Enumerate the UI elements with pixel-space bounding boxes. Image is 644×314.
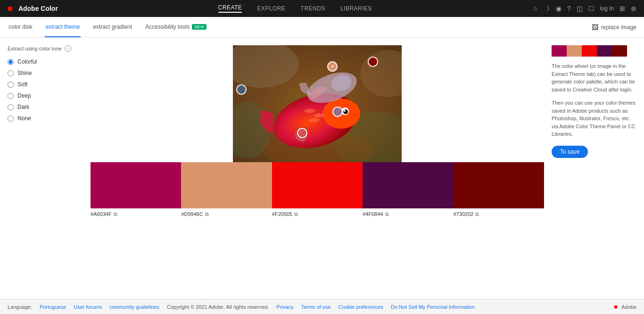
nav-create[interactable]: CREATE: [218, 4, 242, 13]
center-area: + +: [91, 45, 544, 218]
swatch-label-5: #730202 ⧉: [454, 208, 544, 218]
picker-overlays: +: [233, 45, 402, 162]
color-picker-2[interactable]: +: [327, 61, 338, 72]
color-picker-1[interactable]: [368, 57, 378, 67]
tone-shine-radio[interactable]: [8, 70, 14, 76]
swatch-color-4[interactable]: [363, 162, 453, 208]
login-button[interactable]: log In: [600, 5, 614, 12]
color-wheel-icon[interactable]: ◉: [556, 5, 561, 12]
copy-icon-4[interactable]: ⧉: [385, 211, 391, 217]
swatch-label-1: #A6034F ⧉: [91, 208, 181, 218]
sub-navigation: color disk extract theme extract gradien…: [0, 17, 644, 38]
nav-trends[interactable]: TRENDS: [301, 5, 325, 12]
tab-color-disk[interactable]: color disk: [8, 17, 33, 37]
tab-accessibility-tools[interactable]: Accessibility tools NEW: [144, 17, 207, 37]
swatch-4: #4F0844 ⧉: [363, 162, 453, 218]
image-icon: 🖼: [592, 24, 598, 31]
swatch-color-2[interactable]: [181, 162, 272, 208]
tone-none[interactable]: None: [8, 115, 83, 122]
mini-swatch-3: [582, 45, 597, 57]
mini-palette: [552, 45, 627, 57]
nav-libraries[interactable]: LIBRARIES: [340, 5, 372, 12]
info-icon[interactable]: i: [65, 45, 71, 52]
chat-icon[interactable]: ☐: [588, 5, 594, 12]
swatch-color-3[interactable]: [272, 162, 363, 208]
tone-deep-radio[interactable]: [8, 93, 14, 99]
tone-dark[interactable]: Dark: [8, 104, 83, 110]
swatch-label-2: #D9946C ⧉: [181, 208, 272, 218]
replace-image-button[interactable]: 🖼 replace image: [592, 24, 636, 31]
swatch-label-4: #4F0844 ⧉: [363, 208, 453, 218]
apps-icon[interactable]: ⊛: [631, 5, 636, 12]
color-picker-4[interactable]: [332, 107, 343, 117]
swatch-5: #730202 ⧉: [454, 162, 544, 218]
tone-none-radio[interactable]: [8, 116, 14, 122]
tab-extract-gradient[interactable]: extract gradient: [92, 17, 133, 37]
swatch-1: #A6034F ⧉: [91, 162, 181, 218]
mini-swatch-1: [552, 45, 567, 57]
tone-deep[interactable]: Deep: [8, 92, 83, 99]
tone-soft[interactable]: Soft: [8, 81, 83, 88]
swatch-3: #F20505 ⧉: [272, 162, 363, 218]
panel-description-2: Then you can use your color themes saved…: [552, 99, 636, 138]
swatches-row: #A6034F ⧉ #D9946C ⧉ #F20505 ⧉: [91, 162, 544, 218]
help-icon[interactable]: ?: [567, 5, 571, 12]
tone-colorful[interactable]: Colorful: [8, 58, 83, 65]
copy-icon-3[interactable]: ⧉: [294, 211, 300, 217]
sub-nav-tabs: color disk extract theme extract gradien…: [8, 17, 207, 37]
add-icon[interactable]: ☆: [532, 5, 538, 12]
nav-explore[interactable]: EXPLORE: [257, 5, 285, 12]
image-canvas[interactable]: + +: [233, 45, 402, 162]
extract-label: Extract using color tone i: [8, 45, 83, 52]
adobe-logo-icon: ■: [8, 4, 13, 14]
nav-right-actions: ☆ ☽ ◉ ? ◫ ☐ log In ⊞ ⊛: [532, 5, 636, 12]
mini-swatch-5: [612, 45, 627, 57]
tab-extract-theme[interactable]: extract theme: [45, 17, 81, 37]
mini-swatch-4: [597, 45, 612, 57]
tone-options: Colorful Shine Soft Deep Dark None: [8, 58, 83, 122]
tone-shine[interactable]: Shine: [8, 70, 83, 76]
color-picker-3[interactable]: [236, 84, 247, 95]
moon-icon[interactable]: ☽: [544, 5, 550, 12]
panel-description-1: The color wheel (or image in the Extract…: [552, 62, 636, 93]
brand-area: ■ Adobe Color: [8, 4, 58, 14]
left-panel: Extract using color tone i Colorful Shin…: [8, 45, 83, 218]
tone-soft-radio[interactable]: [8, 82, 14, 88]
grid-icon[interactable]: ⊞: [619, 5, 625, 12]
tone-dark-radio[interactable]: [8, 104, 14, 110]
copy-icon-5[interactable]: ⧉: [475, 211, 481, 217]
color-picker-5[interactable]: [297, 128, 307, 138]
copy-icon-1[interactable]: ⧉: [114, 211, 119, 217]
main-nav-items: CREATE EXPLORE TRENDS LIBRARIES: [218, 4, 372, 13]
right-panel: The color wheel (or image in the Extract…: [552, 45, 636, 218]
mini-swatch-2: [567, 45, 582, 57]
copy-icon-2[interactable]: ⧉: [205, 211, 211, 217]
swatch-label-3: #F20505 ⧉: [272, 208, 363, 218]
new-badge: NEW: [192, 24, 206, 30]
main-content: Extract using color tone i Colorful Shin…: [0, 38, 644, 225]
save-button[interactable]: To save: [552, 146, 588, 158]
notification-icon[interactable]: ◫: [577, 5, 583, 12]
swatch-color-1[interactable]: [91, 162, 181, 208]
tone-colorful-radio[interactable]: [8, 59, 14, 65]
swatch-2: #D9946C ⧉: [181, 162, 272, 218]
app-name: Adobe Color: [18, 5, 58, 12]
top-navigation: ■ Adobe Color CREATE EXPLORE TRENDS LIBR…: [0, 0, 644, 17]
swatch-color-5[interactable]: [454, 162, 544, 208]
